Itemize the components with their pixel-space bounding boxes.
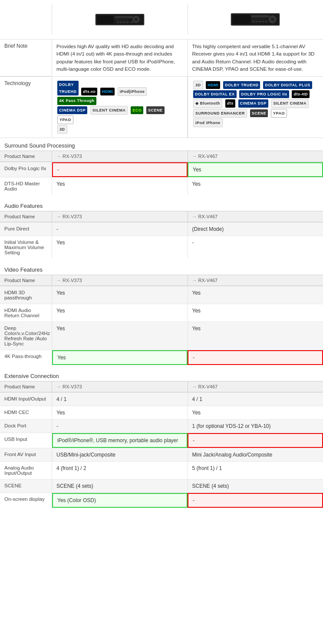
technology-v2: 3D HDMI DOLBY TRUEHD DOLBY DIGITAL PLUS … <box>188 77 323 138</box>
hdmi-cec-row: HDMI CEC Yes Yes <box>0 406 323 419</box>
video-product-v2: → RX-V467 <box>188 275 323 286</box>
tech-badge-scene-v1: SCENE <box>146 106 165 114</box>
svg-rect-21 <box>259 21 261 23</box>
hdmi-arc-label: HDMI Audio Return Channel <box>0 304 52 322</box>
surround-product-v1: → RX-V373 <box>52 151 188 161</box>
analog-audio-label: Analog Audio Input/Output <box>0 462 52 479</box>
surround-section-label: Surround Sound Processing <box>4 142 75 149</box>
hdmi-cec-label: HDMI CEC <box>0 406 52 419</box>
tech-badge-dts-v1: dts-HD <box>81 88 97 95</box>
initial-volume-v1: Yes <box>52 236 188 259</box>
technology-row: Technology DOLBYTRUEHD dts-HD HDMI iPod|… <box>0 77 323 138</box>
svg-point-16 <box>271 18 274 21</box>
connection-section-label: Extensive Connection <box>4 373 59 379</box>
tech-badge-hdmi-v2: HDMI <box>206 81 220 89</box>
four-k-label: 4K Pass-through <box>0 350 52 365</box>
hdmi-io-row: HDMI Input/Output 4 / 1 4 / 1 <box>0 392 323 406</box>
surround-arrow-v2: → <box>192 154 197 159</box>
pure-direct-row: Pure Direct - (Direct Mode) <box>0 222 323 236</box>
surround-name-v1: RX-V373 <box>63 154 82 159</box>
tech-badge-ipod-v1: iPod|iPhone <box>118 87 147 96</box>
svg-rect-11 <box>131 21 133 23</box>
svg-rect-9 <box>123 21 125 23</box>
tech-badge-3d-v2: 3D <box>193 81 203 89</box>
connection-product-v2: → RX-V467 <box>188 381 323 392</box>
usb-input-row: USB Input iPod®/iPhone®, USB memory, por… <box>0 433 323 448</box>
tech-badge-surround-v2: SURROUND ENHANCER <box>193 109 247 118</box>
svg-rect-23 <box>265 21 268 23</box>
brief-note-label: Brief Note <box>0 39 52 76</box>
hdmi-cec-v2: Yes <box>188 406 323 419</box>
svg-point-4 <box>135 18 138 21</box>
dolby-pro-logic-v2: Yes <box>188 162 323 177</box>
front-av-row: Front AV Input USB/Mini-jack/Composite M… <box>0 448 323 461</box>
pure-direct-v1: - <box>52 223 188 236</box>
dolby-pro-logic-row: Dolby Pro Logic IIx - Yes <box>0 162 323 177</box>
analog-audio-v1: 4 (front 1) / 2 <box>52 462 188 479</box>
four-k-v1: Yes <box>52 350 188 365</box>
hdmi-arc-v2: Yes <box>188 304 323 322</box>
hdmi-io-v2: 4 / 1 <box>188 393 323 406</box>
video-product-name-row: Product Name → RX-V373 → RX-V467 <box>0 275 323 286</box>
onscreen-v1: Yes (Color OSD) <box>52 493 188 508</box>
video-product-v1: → RX-V373 <box>52 275 188 286</box>
tech-badge-eco-v1: ECO <box>131 106 143 114</box>
connection-product-name-row: Product Name → RX-V373 → RX-V467 <box>0 381 323 392</box>
four-k-v2: - <box>188 350 323 365</box>
product1-image <box>94 9 146 30</box>
hdmi-3d-row: HDMI 3D passthrough Yes Yes <box>0 286 323 304</box>
tech-badge-ipod-v2: iPod iPhone <box>193 118 223 127</box>
tech-badge-dolbyplus-v2: DOLBY DIGITAL PLUS <box>263 81 312 89</box>
surround-product-name-row: Product Name → RX-V373 → RX-V467 <box>0 151 323 162</box>
usb-input-label: USB Input <box>0 433 52 448</box>
audio-product-v1: → RX-V373 <box>52 211 188 222</box>
initial-volume-v2: - <box>188 236 323 259</box>
product-images-row <box>0 0 323 39</box>
svg-rect-22 <box>262 21 264 23</box>
tech-badge-silent-v2: SILENT CINEMA <box>271 99 309 108</box>
tech-badge-dolbyex-v2: DOLBY DIGITAL EX <box>193 90 237 98</box>
svg-rect-7 <box>116 21 119 23</box>
hdmi-3d-label: HDMI 3D passthrough <box>0 286 52 304</box>
surround-product-label: Product Name <box>0 151 52 161</box>
onscreen-label: On-screen display <box>0 493 52 508</box>
svg-rect-8 <box>120 21 122 23</box>
tech-badge-bluetooth-v2: ◆ Bluetooth <box>193 99 222 108</box>
pure-direct-v2: (Direct Mode) <box>188 223 323 236</box>
hdmi-cec-v1: Yes <box>52 406 188 419</box>
tech-badge-dts-v2: dts-HD <box>292 90 310 98</box>
tech-badge-ypao-v2: YPAO <box>271 109 287 118</box>
tech-badge-3d-v1: 3D <box>57 125 67 134</box>
dts-hd-v1: Yes <box>52 177 188 195</box>
deep-color-label: Deep Color/x.v.Color/24Hz Refresh Rate /… <box>0 322 52 350</box>
hdmi-io-v1: 4 / 1 <box>52 393 188 406</box>
svg-rect-6 <box>115 19 128 20</box>
dolby-pro-logic-label: Dolby Pro Logic IIx <box>0 162 52 177</box>
scene-v1: SCENE (4 sets) <box>52 480 188 493</box>
front-av-v2: Mini Jack/Analog Audio/Composite <box>188 448 323 461</box>
technology-label: Technology <box>0 77 52 138</box>
surround-name-v2: RX-V467 <box>198 154 218 159</box>
usb-input-v2: - <box>188 433 323 448</box>
dock-port-label: Dock Port <box>0 420 52 433</box>
surround-product-v2: → RX-V467 <box>188 151 323 161</box>
tech-badge-scene-v2: SCENE <box>250 109 268 117</box>
surround-section-header: Surround Sound Processing <box>0 138 323 151</box>
tech-badge-cinema-v2: CINEMA DSP <box>238 99 268 107</box>
svg-rect-5 <box>115 16 133 18</box>
dock-port-row: Dock Port - 1 (for optional YDS-12 or YB… <box>0 419 323 433</box>
product2-image <box>229 9 281 30</box>
dock-port-v2: 1 (for optional YDS-12 or YBA-10) <box>188 420 323 433</box>
deep-color-v1: Yes <box>52 322 188 350</box>
tech-badge-dts2-v2: dts <box>225 99 235 107</box>
tech-badge-hdmi-v1: HDMI <box>100 88 115 95</box>
svg-rect-18 <box>251 18 266 20</box>
hdmi-3d-v1: Yes <box>52 286 188 304</box>
video-section-label: Video Features <box>4 266 43 273</box>
initial-volume-row: Initial Volume & Maximum Volume Setting … <box>0 236 323 259</box>
svg-rect-10 <box>126 21 129 23</box>
hdmi-3d-v2: Yes <box>188 286 323 304</box>
brief-note-v2: This highly competent and versatile 5.1-… <box>188 39 323 76</box>
tech-badge-dolby-truehd-v1: DOLBYTRUEHD <box>57 81 79 95</box>
connection-product-v1: → RX-V373 <box>52 381 188 392</box>
